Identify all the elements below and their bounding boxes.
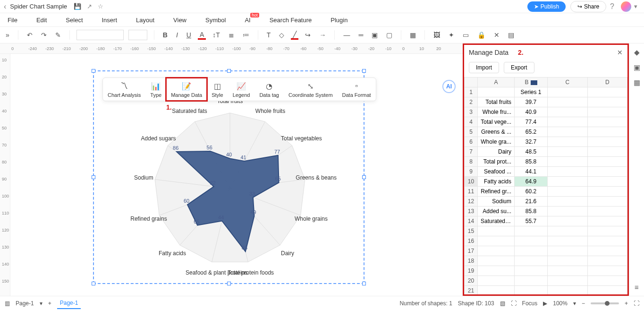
handle-bot-mid[interactable] — [227, 282, 231, 285]
focus-label[interactable]: Focus — [522, 300, 538, 307]
text-height-icon[interactable]: ↕T — [211, 31, 222, 39]
handle-bot-left[interactable] — [92, 282, 95, 285]
menu-plugin[interactable]: Plugin — [330, 17, 347, 24]
handle-top-mid[interactable] — [227, 69, 231, 73]
handle-top-right[interactable] — [362, 69, 366, 73]
back-icon[interactable]: ‹ — [4, 2, 6, 11]
close-icon[interactable]: ✕ — [617, 49, 623, 56]
bring-front-icon[interactable]: ▣ — [370, 31, 380, 39]
table-row[interactable]: 1Series 1 — [465, 87, 627, 97]
zoom-dropdown-icon[interactable]: ▾ — [573, 300, 576, 307]
fullscreen-icon[interactable]: ⛶ — [634, 300, 639, 307]
zoom-level[interactable]: 100% — [553, 300, 568, 307]
star-icon[interactable]: ☆ — [98, 3, 103, 10]
table-row[interactable]: 4Total vege...77.4 — [465, 117, 627, 127]
handle-mid-left[interactable] — [92, 175, 95, 179]
data-grid[interactable]: ABCD1Series 12Total fruits39.73Whole fru… — [464, 77, 627, 294]
send-back-icon[interactable]: ▢ — [384, 31, 394, 39]
menu-edit[interactable]: Edit — [36, 17, 47, 24]
layers-icon[interactable]: ▣ — [634, 63, 640, 72]
image-icon[interactable]: 🖼 — [432, 31, 442, 39]
share-button[interactable]: ↪Share — [570, 1, 606, 12]
avatar[interactable] — [621, 1, 631, 12]
font-size-select[interactable] — [128, 30, 147, 40]
connector-icon[interactable]: ↪ — [303, 31, 313, 39]
layers-toggle-icon[interactable]: ▧ — [500, 300, 505, 307]
table-icon[interactable]: ▤ — [506, 31, 516, 39]
page-select[interactable]: Page-1 — [16, 300, 34, 307]
menu-insert[interactable]: Insert — [102, 17, 118, 24]
redo-icon[interactable]: ↷ — [39, 31, 49, 39]
table-row[interactable]: 16 — [465, 236, 627, 246]
table-row[interactable]: 3Whole fru...40.9 — [465, 107, 627, 117]
arrow-icon[interactable]: → — [317, 31, 328, 39]
table-row[interactable]: 8Total prot...85.8 — [465, 157, 627, 167]
fill-color-icon[interactable]: ◇ — [277, 31, 286, 39]
text-tool-icon[interactable]: T — [265, 31, 273, 39]
canvas[interactable]: Total fruits40Whole fruits41Total vegeta… — [10, 54, 463, 296]
underline-icon[interactable]: U — [185, 31, 193, 39]
coord-system-button[interactable]: ⤡Coordinate System — [284, 78, 338, 101]
menu-select[interactable]: Select — [66, 17, 83, 24]
table-row[interactable]: 6Whole gra...32.7 — [465, 137, 627, 147]
play-icon[interactable]: ▶ — [543, 300, 547, 307]
font-color-icon[interactable]: A — [198, 31, 206, 40]
expand-panel-icon[interactable]: » — [4, 31, 11, 39]
table-row[interactable]: 15 — [465, 226, 627, 236]
handle-top-left[interactable] — [92, 69, 95, 73]
table-row[interactable]: 21 — [465, 286, 627, 295]
help-icon[interactable]: ? — [610, 2, 614, 11]
table-row[interactable]: 12Sodium21.6 — [465, 197, 627, 207]
zoom-out-icon[interactable]: − — [582, 300, 585, 307]
zoom-in-icon[interactable]: + — [625, 300, 628, 307]
table-row[interactable]: 19 — [465, 266, 627, 276]
effects-icon[interactable]: ✦ — [447, 31, 456, 39]
group-icon[interactable]: ▦ — [408, 31, 418, 39]
table-row[interactable]: 10Fatty acids64.9 — [465, 177, 627, 187]
chart-style-button[interactable]: ◫Style — [207, 78, 228, 101]
menu-file[interactable]: File — [8, 17, 17, 24]
chart-analysis-button[interactable]: 〽Chart Analysis — [103, 78, 145, 101]
apps-icon[interactable]: ▦ — [634, 78, 640, 87]
table-row[interactable]: 20 — [465, 276, 627, 286]
lock-icon[interactable]: 🔒 — [475, 31, 487, 39]
handle-bot-right[interactable] — [362, 282, 366, 285]
open-new-icon[interactable]: ↗ — [87, 3, 92, 10]
page-tab[interactable]: Page-1 — [57, 298, 81, 309]
line-weight-icon[interactable]: ═ — [356, 31, 365, 39]
undo-icon[interactable]: ↶ — [25, 31, 34, 39]
data-format-button[interactable]: ▫Data Format — [338, 78, 376, 101]
menu-symbol[interactable]: Symbol — [205, 17, 226, 24]
line-style-icon[interactable]: — — [341, 31, 352, 39]
data-tag-button[interactable]: ◔Data tag — [254, 78, 284, 101]
add-page-icon[interactable]: + — [48, 300, 51, 307]
chart-selection[interactable] — [93, 70, 364, 284]
table-row[interactable]: 14Saturated ...55.7 — [465, 216, 627, 226]
menu-layout[interactable]: Layout — [136, 17, 154, 24]
table-row[interactable]: 17 — [465, 246, 627, 256]
page-list-icon[interactable]: ▥ — [5, 300, 10, 307]
import-button[interactable]: Import — [469, 62, 499, 73]
tools-icon[interactable]: ✕ — [492, 31, 501, 39]
zoom-slider[interactable] — [591, 302, 619, 304]
format-painter-icon[interactable]: ✎ — [53, 31, 63, 39]
page-dropdown-icon[interactable]: ▾ — [40, 300, 42, 307]
avatar-dropdown-icon[interactable]: ▾ — [634, 3, 637, 10]
line-color-icon[interactable]: ╱ — [291, 31, 298, 40]
legend-button[interactable]: 📈Legend — [228, 78, 255, 101]
bullet-list-icon[interactable]: ≔ — [241, 31, 251, 39]
table-row[interactable]: 9Seafood ...44.1 — [465, 167, 627, 177]
settings-icon[interactable]: ≡ — [635, 283, 639, 291]
theme-icon[interactable]: ◆ — [634, 48, 640, 57]
manage-data-button[interactable]: 📝Manage Data — [166, 78, 207, 101]
menu-view[interactable]: View — [173, 17, 186, 24]
save-icon[interactable]: 💾 — [74, 3, 81, 10]
table-row[interactable]: 18 — [465, 256, 627, 266]
align-icon[interactable]: ≣ — [227, 31, 236, 39]
ai-badge[interactable]: AI — [442, 80, 456, 93]
font-family-select[interactable] — [76, 30, 124, 40]
italic-icon[interactable]: I — [174, 31, 180, 39]
table-row[interactable]: 2Total fruits39.7 — [465, 97, 627, 107]
table-row[interactable]: 13Added su...85.8 — [465, 207, 627, 216]
menu-search[interactable]: Search Feature — [270, 17, 312, 24]
